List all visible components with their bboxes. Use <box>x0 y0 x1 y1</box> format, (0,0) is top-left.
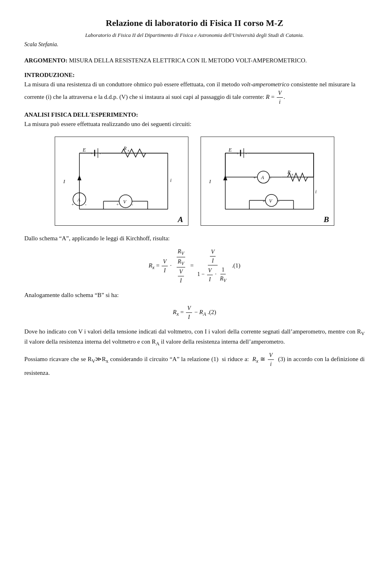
circuit-b: E + - I A + - R x <box>201 137 334 226</box>
formula-kirchhoff: Rx = V I · RV RV V I = <box>149 247 241 285</box>
formula-kirchhoff-block: Rx = V I · RV RV V I = <box>24 247 365 285</box>
author: Scala Stefania. <box>24 40 365 49</box>
svg-text:-: - <box>100 151 101 156</box>
circuit-b-svg: E + - I A + - R x <box>201 137 334 225</box>
circuit-a: E + - I A + - R x <box>55 137 188 226</box>
analisi-text1: La misura può essere effettuata realizza… <box>24 121 191 127</box>
main-title: Relazione di laboratorio di Fisica II co… <box>24 16 365 30</box>
svg-text:A: A <box>261 175 264 180</box>
svg-text:V: V <box>269 198 273 204</box>
schema-b-note: Analogamente dallo schema “B” si ha: <box>24 291 365 300</box>
argomento-text: MISURA DELLA RESISTENZA ELETTRICA CON IL… <box>67 57 307 64</box>
introduzione-text1: La misura di una resistenza di un condut… <box>24 81 241 88</box>
svg-text:R: R <box>123 145 127 151</box>
introduzione-formula-inline: R = V i . <box>266 94 285 100</box>
svg-text:B: B <box>323 215 329 224</box>
svg-text:+: + <box>116 202 119 207</box>
bottom-text-2: Possiamo ricavare che se RV≫Rx considera… <box>24 351 365 378</box>
svg-text:I: I <box>209 179 211 184</box>
svg-text:-: - <box>278 199 280 203</box>
svg-text:-: - <box>270 175 271 180</box>
introduzione-label: INTRODUZIONE: <box>24 72 75 78</box>
svg-text:x: x <box>128 148 130 152</box>
circuits-container: E + - I A + - R x <box>24 137 365 226</box>
formula-b-block: Rx = V I − RA .(2) <box>24 304 365 321</box>
svg-text:+: + <box>71 202 74 207</box>
svg-text:A: A <box>77 197 81 203</box>
svg-text:A: A <box>177 215 183 224</box>
bottom-text-1: Dove ho indicato con V i valori della te… <box>24 327 365 348</box>
circuit-a-svg: E + - I A + - R x <box>55 137 188 225</box>
section-introduzione: INTRODUZIONE: La misura di una resistenz… <box>24 71 365 106</box>
svg-text:E: E <box>228 147 232 153</box>
svg-text:-: - <box>85 202 87 207</box>
svg-text:E: E <box>82 147 86 153</box>
svg-text:x: x <box>291 172 293 176</box>
schema-a-note: Dallo schema “A”, applicando le leggi di… <box>24 234 365 243</box>
svg-text:+: + <box>253 175 256 180</box>
svg-text:I: I <box>63 179 65 184</box>
svg-text:-: - <box>132 202 133 207</box>
svg-marker-12 <box>77 175 81 180</box>
section-argomento: ARGOMENTO: MISURA DELLA RESISTENZA ELETT… <box>24 56 365 65</box>
svg-text:i: i <box>315 189 316 195</box>
svg-text:V: V <box>123 199 127 205</box>
analisi-label: ANALISI FISICA DELL'ESPERIMENTO: <box>24 111 138 118</box>
svg-text:+: + <box>263 199 265 203</box>
svg-text:-: - <box>246 151 247 156</box>
argomento-label: ARGOMENTO: <box>24 57 67 64</box>
svg-text:i: i <box>170 177 171 183</box>
introduzione-italic: volt-amperometrico <box>241 81 289 88</box>
subtitle: Laboratorio di Fisica II del Dipartiment… <box>24 31 365 39</box>
formula-b: Rx = V I − RA .(2) <box>173 304 216 321</box>
section-analisi: ANALISI FISICA DELL'ESPERIMENTO: La misu… <box>24 110 365 128</box>
